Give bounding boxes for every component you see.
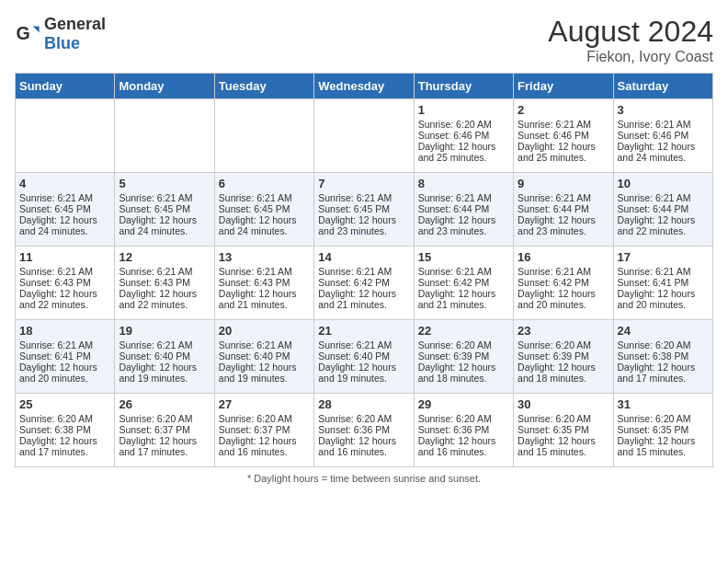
- day-info-line: Sunrise: 6:21 AM: [219, 266, 310, 277]
- day-info-line: and 25 minutes.: [518, 152, 609, 163]
- day-info-line: and 24 minutes.: [219, 225, 310, 236]
- day-info-line: and 20 minutes.: [19, 373, 110, 384]
- day-info-line: Sunrise: 6:21 AM: [19, 192, 110, 203]
- calendar-cell: 22Sunrise: 6:20 AMSunset: 6:39 PMDayligh…: [414, 320, 513, 394]
- week-row-2: 4Sunrise: 6:21 AMSunset: 6:45 PMDaylight…: [16, 173, 713, 247]
- day-info-line: Daylight: 12 hours: [119, 435, 210, 446]
- day-info-line: Sunrise: 6:21 AM: [518, 192, 609, 203]
- day-info-line: and 17 minutes.: [119, 446, 210, 457]
- day-info-line: Daylight: 12 hours: [318, 435, 409, 446]
- day-number: 11: [19, 250, 110, 264]
- day-number: 15: [418, 250, 509, 264]
- logo-icon: G: [15, 21, 40, 47]
- day-info-line: Sunset: 6:38 PM: [618, 350, 709, 362]
- day-info-line: and 19 minutes.: [318, 373, 409, 384]
- day-info-line: Sunrise: 6:21 AM: [418, 266, 509, 277]
- day-info-line: Sunrise: 6:21 AM: [19, 266, 110, 277]
- day-number: 17: [618, 250, 709, 264]
- day-info-line: Sunset: 6:44 PM: [518, 203, 609, 214]
- day-number: 20: [219, 324, 310, 338]
- day-info-line: Sunrise: 6:21 AM: [518, 266, 609, 277]
- day-info-line: Sunset: 6:39 PM: [418, 350, 509, 362]
- calendar-cell: 31Sunrise: 6:20 AMSunset: 6:35 PMDayligh…: [613, 394, 712, 467]
- day-info-line: Sunset: 6:45 PM: [318, 203, 409, 214]
- day-info-line: Sunset: 6:42 PM: [318, 277, 409, 288]
- day-number: 22: [418, 324, 509, 338]
- day-info-line: Daylight: 12 hours: [418, 214, 509, 225]
- day-info-line: Daylight: 12 hours: [418, 141, 509, 152]
- day-info-line: and 21 minutes.: [219, 299, 310, 310]
- week-row-5: 25Sunrise: 6:20 AMSunset: 6:38 PMDayligh…: [16, 394, 713, 467]
- day-info-line: and 17 minutes.: [19, 446, 110, 457]
- day-info-line: and 19 minutes.: [219, 373, 310, 384]
- title-block: August 2024 Fiekon, Ivory Coast: [548, 15, 713, 65]
- day-info-line: Sunrise: 6:20 AM: [119, 413, 210, 424]
- day-info-line: Sunrise: 6:20 AM: [518, 339, 609, 350]
- calendar-cell: 20Sunrise: 6:21 AMSunset: 6:40 PMDayligh…: [214, 320, 313, 394]
- day-info-line: Sunset: 6:46 PM: [518, 130, 609, 141]
- day-number: 23: [518, 324, 609, 338]
- day-info-line: Sunset: 6:44 PM: [618, 203, 709, 214]
- day-info-line: Sunrise: 6:21 AM: [119, 266, 210, 277]
- day-info-line: Daylight: 12 hours: [518, 435, 609, 446]
- calendar-cell: [16, 99, 115, 173]
- day-info-line: Sunset: 6:39 PM: [518, 350, 609, 362]
- day-info-line: Daylight: 12 hours: [618, 288, 709, 299]
- day-info-line: Sunset: 6:36 PM: [318, 424, 409, 435]
- day-number: 31: [618, 397, 709, 411]
- day-info-line: Sunset: 6:41 PM: [19, 350, 110, 362]
- day-info-line: Sunset: 6:36 PM: [418, 424, 509, 435]
- calendar-cell: 26Sunrise: 6:20 AMSunset: 6:37 PMDayligh…: [115, 394, 214, 467]
- day-number: 24: [618, 324, 709, 338]
- day-info-line: and 20 minutes.: [518, 299, 609, 310]
- calendar-cell: 27Sunrise: 6:20 AMSunset: 6:37 PMDayligh…: [214, 394, 313, 467]
- day-info-line: Sunrise: 6:20 AM: [418, 119, 509, 130]
- day-info-line: and 18 minutes.: [518, 373, 609, 384]
- day-info-line: and 25 minutes.: [418, 152, 509, 163]
- day-info-line: Sunset: 6:37 PM: [119, 424, 210, 435]
- calendar-cell: 5Sunrise: 6:21 AMSunset: 6:45 PMDaylight…: [115, 173, 214, 247]
- col-header-thursday: Thursday: [414, 74, 513, 99]
- day-info-line: Daylight: 12 hours: [318, 214, 409, 225]
- day-info-line: Sunset: 6:43 PM: [19, 277, 110, 288]
- day-number: 6: [219, 177, 310, 190]
- day-info-line: Sunrise: 6:21 AM: [219, 339, 310, 350]
- day-info-line: Daylight: 12 hours: [518, 141, 609, 152]
- calendar-cell: [214, 99, 313, 173]
- day-info-line: Sunrise: 6:20 AM: [219, 413, 310, 424]
- day-info-line: Sunrise: 6:21 AM: [119, 339, 210, 350]
- day-info-line: Sunrise: 6:21 AM: [318, 339, 409, 350]
- day-number: 10: [618, 177, 709, 190]
- day-info-line: Sunrise: 6:20 AM: [19, 413, 110, 424]
- day-info-line: Sunrise: 6:21 AM: [618, 192, 709, 203]
- day-info-line: Daylight: 12 hours: [418, 288, 509, 299]
- footer-note: * Daylight hours = time between sunrise …: [15, 473, 713, 484]
- calendar-table: SundayMondayTuesdayWednesdayThursdayFrid…: [15, 73, 713, 467]
- calendar-cell: 17Sunrise: 6:21 AMSunset: 6:41 PMDayligh…: [613, 247, 712, 320]
- calendar-cell: 18Sunrise: 6:21 AMSunset: 6:41 PMDayligh…: [16, 320, 115, 394]
- col-header-saturday: Saturday: [613, 74, 712, 99]
- day-info-line: Sunset: 6:43 PM: [219, 277, 310, 288]
- day-info-line: Daylight: 12 hours: [618, 214, 709, 225]
- calendar-cell: 15Sunrise: 6:21 AMSunset: 6:42 PMDayligh…: [414, 247, 513, 320]
- day-info-line: Daylight: 12 hours: [19, 288, 110, 299]
- day-info-line: Sunrise: 6:21 AM: [19, 339, 110, 350]
- calendar-cell: 23Sunrise: 6:20 AMSunset: 6:39 PMDayligh…: [514, 320, 613, 394]
- day-number: 16: [518, 250, 609, 264]
- day-info-line: Sunset: 6:40 PM: [119, 350, 210, 362]
- calendar-cell: 4Sunrise: 6:21 AMSunset: 6:45 PMDaylight…: [16, 173, 115, 247]
- day-info-line: Sunset: 6:35 PM: [518, 424, 609, 435]
- day-info-line: Daylight: 12 hours: [618, 141, 709, 152]
- day-info-line: Sunrise: 6:21 AM: [119, 192, 210, 203]
- day-info-line: and 21 minutes.: [318, 299, 409, 310]
- day-info-line: Daylight: 12 hours: [318, 288, 409, 299]
- svg-marker-1: [33, 27, 40, 33]
- day-info-line: Daylight: 12 hours: [518, 362, 609, 373]
- day-info-line: Sunset: 6:40 PM: [219, 350, 310, 362]
- calendar-cell: 2Sunrise: 6:21 AMSunset: 6:46 PMDaylight…: [514, 99, 613, 173]
- col-header-wednesday: Wednesday: [314, 74, 414, 99]
- calendar-cell: [314, 99, 414, 173]
- calendar-cell: 3Sunrise: 6:21 AMSunset: 6:46 PMDaylight…: [613, 99, 712, 173]
- day-info-line: Daylight: 12 hours: [19, 435, 110, 446]
- day-info-line: Daylight: 12 hours: [119, 288, 210, 299]
